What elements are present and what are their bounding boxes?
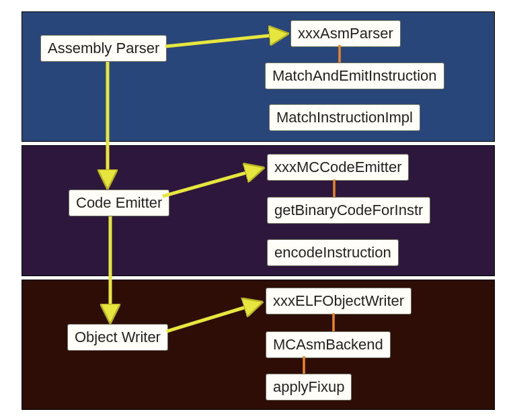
node-matchandemitinstruction: MatchAndEmitInstruction (265, 62, 444, 89)
node-xxxelfobjectwriter: xxxELFObjectWriter (266, 288, 412, 314)
node-xxxasmparser: xxxAsmParser (290, 20, 401, 47)
node-applyfixup: applyFixup (266, 374, 352, 401)
node-getbinarycodeforinstr: getBinaryCodeForInstr (267, 197, 430, 224)
node-matchinstructionimpl: MatchInstructionImpl (269, 104, 420, 131)
node-assembly-parser: Assembly Parser (40, 35, 167, 62)
node-object-writer: Object Writer (67, 324, 168, 351)
node-code-emitter: Code Emitter (69, 190, 169, 216)
node-mcasmbackend: MCAsmBackend (266, 331, 391, 358)
node-encodeinstruction: encodeInstruction (267, 239, 399, 266)
node-xxxmccodeemitter: xxxMCCodeEmitter (267, 154, 409, 181)
